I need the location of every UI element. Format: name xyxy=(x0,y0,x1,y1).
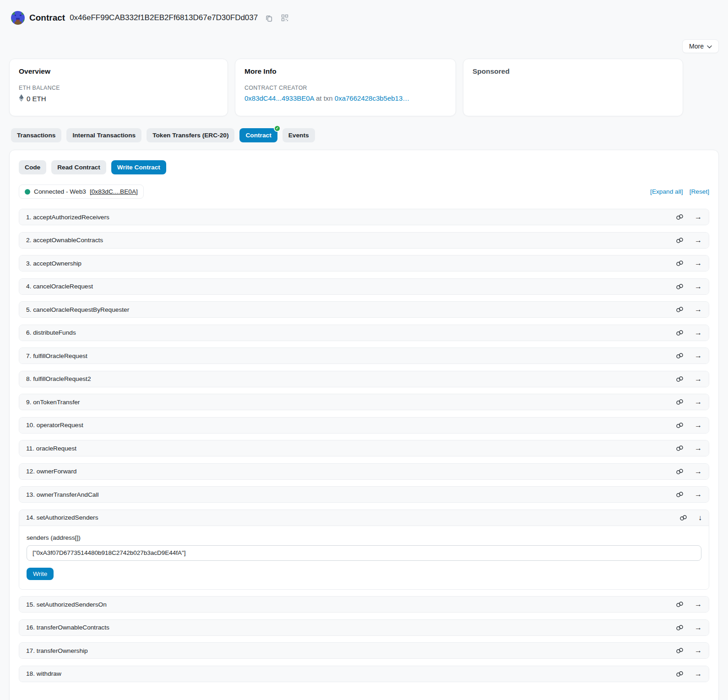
more-info-title: More Info xyxy=(244,67,446,76)
function-row-header[interactable]: 14. setAuthorizedSenders↓ xyxy=(19,510,709,526)
chain-link-icon[interactable] xyxy=(676,468,684,475)
function-row-header[interactable]: 1. acceptAuthorizedReceivers→ xyxy=(19,209,709,225)
subtab-read-contract[interactable]: Read Contract xyxy=(51,160,106,174)
copy-address-button[interactable] xyxy=(264,13,274,23)
function-row-header[interactable]: 17. transferOwnership→ xyxy=(19,643,709,658)
function-row-header[interactable]: 13. ownerTransferAndCall→ xyxy=(19,487,709,502)
function-row-header[interactable]: 11. oracleRequest→ xyxy=(19,440,709,456)
function-row-header[interactable]: 4. cancelOracleRequest→ xyxy=(19,279,709,294)
more-button[interactable]: More xyxy=(682,39,719,53)
function-row-header[interactable]: 10. operatorRequest→ xyxy=(19,418,709,433)
function-row-setauthorizedsenders: 14. setAuthorizedSenders↓senders (addres… xyxy=(19,510,709,590)
function-row-header[interactable]: 9. onTokenTransfer→ xyxy=(19,394,709,410)
chain-link-icon[interactable] xyxy=(676,330,684,336)
function-label: 15. setAuthorizedSendersOn xyxy=(26,601,107,608)
creator-mid-text: at txn xyxy=(314,94,335,102)
expand-all-link[interactable]: [Expand all] xyxy=(650,188,683,195)
expand-arrow-icon[interactable]: → xyxy=(695,237,702,244)
sponsored-card: Sponsored xyxy=(463,59,683,116)
expand-arrow-icon[interactable]: → xyxy=(695,422,702,429)
function-row-header[interactable]: 18. withdraw→ xyxy=(19,666,709,682)
function-row-header[interactable]: 7. fulfillOracleRequest→ xyxy=(19,348,709,364)
function-row-withdraw: 18. withdraw→ xyxy=(19,666,709,682)
connected-wallet-link[interactable]: [0x83dC....BE0A] xyxy=(90,188,138,195)
expand-arrow-icon[interactable]: → xyxy=(695,260,702,267)
collapse-arrow-icon[interactable]: ↓ xyxy=(698,514,702,521)
function-row-header[interactable]: 6. distributeFunds→ xyxy=(19,325,709,341)
expand-arrow-icon[interactable]: → xyxy=(695,352,702,359)
expand-arrow-icon[interactable]: → xyxy=(695,647,702,654)
expand-arrow-icon[interactable]: → xyxy=(695,398,702,406)
function-label: 5. cancelOracleRequestByRequester xyxy=(26,306,129,313)
function-row-setauthorizedsenderson: 15. setAuthorizedSendersOn→ xyxy=(19,596,709,613)
chain-link-icon[interactable] xyxy=(676,214,684,220)
function-row-header[interactable]: 2. acceptOwnableContracts→ xyxy=(19,233,709,248)
expand-arrow-icon[interactable]: → xyxy=(695,624,702,631)
tab-token-transfers-erc-20[interactable]: Token Transfers (ERC-20) xyxy=(147,128,234,142)
chain-link-icon[interactable] xyxy=(676,445,684,451)
function-row-header[interactable]: 15. setAuthorizedSendersOn→ xyxy=(19,597,709,612)
expand-arrow-icon[interactable]: → xyxy=(695,491,702,498)
chain-link-icon[interactable] xyxy=(676,306,684,313)
function-row-header[interactable]: 5. cancelOracleRequestByRequester→ xyxy=(19,302,709,317)
function-label: 12. ownerForward xyxy=(26,468,76,475)
contract-creator-line: 0x83dC44...4933BE0A at txn 0xa7662428c3b… xyxy=(244,94,446,102)
chain-link-icon[interactable] xyxy=(676,353,684,359)
page-title: Contract xyxy=(29,13,65,23)
chain-link-icon[interactable] xyxy=(676,601,684,608)
tab-transactions[interactable]: Transactions xyxy=(11,128,61,142)
connection-status-text: Connected - Web3 xyxy=(34,188,86,195)
tab-contract[interactable]: Contract✓ xyxy=(239,128,277,142)
tab-events[interactable]: Events xyxy=(283,128,315,142)
chain-link-icon[interactable] xyxy=(676,237,684,244)
function-row-fulfilloraclerequest2: 8. fulfillOracleRequest2→ xyxy=(19,371,709,387)
expand-arrow-icon[interactable]: → xyxy=(695,329,702,336)
expand-arrow-icon[interactable]: → xyxy=(695,213,702,221)
subtab-label: Code xyxy=(25,164,40,171)
chain-link-icon[interactable] xyxy=(676,399,684,405)
chain-link-icon[interactable] xyxy=(676,376,684,382)
function-row-header[interactable]: 3. acceptOwnership→ xyxy=(19,255,709,271)
expand-arrow-icon[interactable]: → xyxy=(695,670,702,678)
qr-code-button[interactable] xyxy=(280,13,289,22)
function-row-header[interactable]: 8. fulfillOracleRequest2→ xyxy=(19,371,709,387)
write-functions-list: 1. acceptAuthorizedReceivers→2. acceptOw… xyxy=(19,209,709,682)
expand-arrow-icon[interactable]: → xyxy=(695,375,702,383)
function-row-acceptownablecontracts: 2. acceptOwnableContracts→ xyxy=(19,232,709,249)
function-row-canceloraclerequest: 4. cancelOracleRequest→ xyxy=(19,278,709,295)
chain-link-icon[interactable] xyxy=(676,491,684,498)
chain-link-icon[interactable] xyxy=(676,422,684,429)
chain-link-icon[interactable] xyxy=(676,260,684,266)
tab-label: Transactions xyxy=(17,132,55,139)
function-row-header[interactable]: 16. transferOwnableContracts→ xyxy=(19,620,709,635)
reset-link[interactable]: [Reset] xyxy=(690,188,709,195)
function-label: 4. cancelOracleRequest xyxy=(26,283,93,290)
chain-link-icon[interactable] xyxy=(676,647,684,654)
expand-arrow-icon[interactable]: → xyxy=(695,601,702,608)
expand-arrow-icon[interactable]: → xyxy=(695,283,702,290)
chain-link-icon[interactable] xyxy=(676,283,684,290)
param-label: senders (address[]) xyxy=(27,534,701,541)
write-button[interactable]: Write xyxy=(27,568,54,580)
function-row-oraclerequest: 11. oracleRequest→ xyxy=(19,440,709,456)
function-row-fulfilloraclerequest: 7. fulfillOracleRequest→ xyxy=(19,347,709,364)
creator-address-link[interactable]: 0x83dC44...4933BE0A xyxy=(244,94,314,102)
chain-link-icon[interactable] xyxy=(679,515,687,521)
function-label: 6. distributeFunds xyxy=(26,329,76,336)
connected-dot-icon xyxy=(25,189,30,195)
function-label: 10. operatorRequest xyxy=(26,422,83,429)
subtab-code[interactable]: Code xyxy=(19,160,46,174)
function-row-header[interactable]: 12. ownerForward→ xyxy=(19,464,709,479)
chain-link-icon[interactable] xyxy=(676,624,684,631)
contract-identicon xyxy=(11,11,25,25)
subtab-write-contract[interactable]: Write Contract xyxy=(111,160,166,174)
expand-arrow-icon[interactable]: → xyxy=(695,468,702,475)
creator-txn-link[interactable]: 0xa7662428c3b5eb13… xyxy=(335,94,409,102)
function-row-ownerforward: 12. ownerForward→ xyxy=(19,463,709,480)
contract-address: 0x46eFF99CAB332f1B2EB2Ff6813D67e7D30FDd0… xyxy=(70,13,258,22)
expand-arrow-icon[interactable]: → xyxy=(695,306,702,313)
chain-link-icon[interactable] xyxy=(676,671,684,677)
param-input[interactable] xyxy=(27,545,701,561)
tab-internal-transactions[interactable]: Internal Transactions xyxy=(66,128,141,142)
expand-arrow-icon[interactable]: → xyxy=(695,445,702,452)
